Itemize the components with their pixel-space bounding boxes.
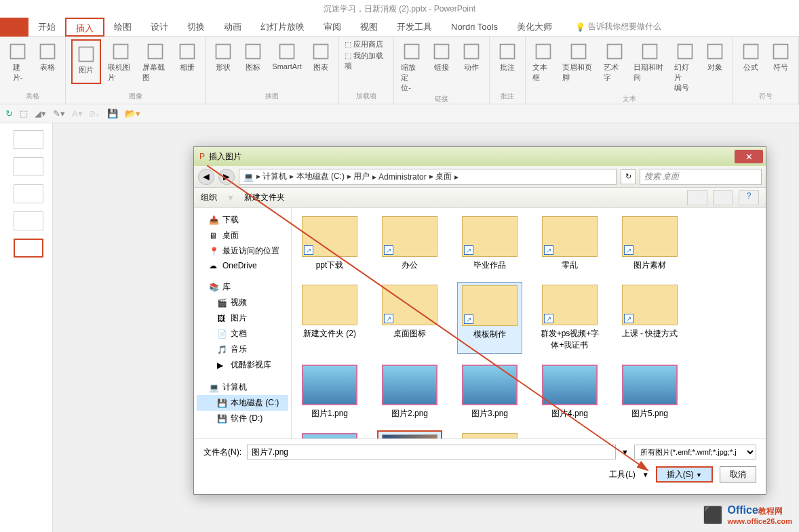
picture-button[interactable]: 图片 — [71, 39, 101, 84]
tab-幻灯片放映[interactable]: 幻灯片放映 — [251, 18, 314, 37]
path-segment[interactable]: ▸ 本地磁盘 (C:) — [290, 171, 345, 182]
tree-item-计算机[interactable]: 💻计算机 — [197, 380, 288, 395]
tab-设计[interactable]: 设计 — [141, 18, 178, 37]
tree-item-图片[interactable]: 🖼图片 — [197, 310, 288, 326]
file-item[interactable]: 图片7.png — [377, 430, 442, 438]
slide-thumb[interactable] — [14, 211, 43, 230]
tab-Nordri Tools[interactable]: Nordri Tools — [442, 18, 507, 37]
textbox-button[interactable]: 文本框 — [531, 39, 556, 94]
symbol-button[interactable]: 符号 — [768, 39, 793, 74]
link-button[interactable]: 链接 — [429, 39, 454, 94]
file-item[interactable]: ↗桌面图标 — [377, 282, 442, 354]
insert-button[interactable]: 插入(S) ▼ — [656, 466, 713, 483]
slide-number-button[interactable]: 幻灯片编号 — [673, 39, 697, 94]
path-breadcrumb[interactable]: 💻 ▸ 计算机▸ 本地磁盘 (C:)▸ 用户▸ Administrator▸ 桌… — [239, 169, 617, 185]
file-tab[interactable] — [0, 18, 28, 37]
tab-审阅[interactable]: 审阅 — [314, 18, 351, 37]
file-item[interactable]: 新建文件夹 (2) — [297, 282, 362, 354]
qat-btn[interactable]: ⎚▾ — [90, 108, 100, 119]
tree-item-音乐[interactable]: 🎵音乐 — [197, 342, 288, 357]
file-item[interactable]: 图片4.png — [537, 362, 602, 422]
file-item[interactable]: 图片6.png — [297, 430, 362, 438]
tree-item-文档[interactable]: 📄文档 — [197, 326, 288, 342]
open-icon[interactable]: 📂▾ — [125, 108, 140, 119]
file-item[interactable]: ↗零乱 — [537, 213, 602, 274]
addon-item[interactable]: ⬚ 我的加载项 — [345, 51, 388, 71]
tab-视图[interactable]: 视图 — [351, 18, 387, 37]
slide-thumb-selected[interactable] — [14, 239, 43, 258]
new-slide-button[interactable]: 建片- — [5, 39, 30, 84]
smartart-button[interactable]: SmartArt — [271, 39, 303, 74]
datetime-button[interactable]: 日期和时间 — [632, 39, 667, 94]
header-footer-button[interactable]: 页眉和页脚 — [561, 39, 596, 94]
qat-btn[interactable]: ✎▾ — [53, 108, 65, 119]
search-input[interactable]: 搜索 桌面 — [640, 169, 762, 185]
file-item[interactable]: 图片3.png — [457, 362, 522, 422]
organize-menu[interactable]: 组织 — [201, 192, 217, 203]
table-button[interactable]: 表格 — [35, 39, 60, 84]
path-segment[interactable]: ▸ Administrator — [372, 172, 426, 182]
tab-开始[interactable]: 开始 — [28, 18, 65, 37]
tree-item-下载[interactable]: 📥下载 — [197, 212, 288, 228]
action-button[interactable]: 动作 — [459, 39, 484, 94]
file-item[interactable]: 图片2.png — [377, 362, 442, 422]
dialog-titlebar[interactable]: P 插入图片 ✕ — [194, 147, 766, 166]
forward-button[interactable]: ► — [218, 169, 235, 185]
qat-btn[interactable]: ◢▾ — [35, 108, 46, 119]
tree-item-库[interactable]: 📚库 — [197, 279, 288, 295]
file-item[interactable]: ↗毕业作品 — [457, 213, 522, 274]
chart-button[interactable]: 图表 — [309, 39, 333, 74]
icons-button[interactable]: 图标 — [241, 39, 265, 74]
filename-input[interactable] — [247, 445, 616, 459]
view-mode-button[interactable] — [687, 190, 707, 205]
zoom-button[interactable]: 缩放定位- — [400, 39, 424, 94]
wordart-button[interactable]: 艺术字 — [602, 39, 627, 94]
refresh-icon[interactable]: ↻ — [5, 108, 13, 119]
tree-item-优酷影视库[interactable]: ▶优酷影视库 — [197, 357, 288, 373]
tab-切换[interactable]: 切换 — [178, 18, 214, 37]
file-item[interactable]: ↗群发+ps视频+字体+我证书 — [537, 282, 602, 354]
tree-item-视频[interactable]: 🎬视频 — [197, 295, 288, 310]
view-mode-button[interactable] — [713, 190, 733, 205]
slide-thumb[interactable] — [14, 184, 43, 203]
tree-item-桌面[interactable]: 🖥桌面 — [197, 228, 288, 243]
path-segment[interactable]: ▸ 桌面 — [429, 171, 452, 182]
file-item[interactable]: 图片1.png — [297, 362, 362, 422]
tree-item-最近访问的位置[interactable]: 📍最近访问的位置 — [197, 243, 288, 259]
file-item[interactable]: ↗文案和作品 — [457, 430, 522, 438]
new-folder-button[interactable]: 新建文件夹 — [244, 192, 285, 203]
help-button[interactable]: ? — [739, 190, 759, 205]
refresh-icon[interactable]: ↻ — [621, 169, 636, 184]
file-item[interactable]: ↗图片素材 — [617, 213, 682, 274]
qat-btn[interactable]: ⬚ — [20, 108, 28, 119]
tree-item-软件 (D:)[interactable]: 💾软件 (D:) — [197, 411, 288, 426]
addon-item[interactable]: ⬚ 应用商店 — [345, 39, 388, 49]
file-item[interactable]: ↗ppt下载 — [297, 213, 362, 274]
tab-插入[interactable]: 插入 — [65, 18, 104, 37]
tab-动画[interactable]: 动画 — [214, 18, 251, 37]
filetype-filter[interactable]: 所有图片(*.emf;*.wmf;*.jpg;*.j — [634, 445, 756, 459]
tab-开发工具[interactable]: 开发工具 — [387, 18, 442, 37]
equation-button[interactable]: 公式 — [739, 39, 763, 74]
online-picture-button[interactable]: 联机图片 — [106, 39, 136, 84]
screenshot-button[interactable]: 屏幕截图 — [141, 39, 170, 84]
slide-thumb[interactable] — [14, 157, 43, 176]
tab-美化大师[interactable]: 美化大师 — [507, 18, 562, 37]
file-item[interactable]: 图片5.png — [617, 362, 682, 422]
object-button[interactable]: 对象 — [703, 39, 727, 94]
slide-thumb[interactable] — [14, 130, 43, 149]
close-button[interactable]: ✕ — [735, 150, 763, 163]
shapes-button[interactable]: 形状 — [211, 39, 235, 74]
save-icon[interactable]: 💾 — [107, 108, 118, 119]
file-item[interactable]: ↗办公 — [377, 213, 442, 274]
album-button[interactable]: 相册 — [175, 39, 199, 84]
path-segment[interactable]: ▸ 用户 — [347, 171, 370, 182]
qat-btn[interactable]: A▾ — [72, 108, 83, 119]
tab-绘图[interactable]: 绘图 — [104, 18, 141, 37]
file-item[interactable]: ↗模板制作 — [457, 282, 522, 354]
cancel-button[interactable]: 取消 — [720, 466, 756, 483]
comment-button[interactable]: 批注 — [495, 39, 520, 74]
file-item[interactable]: ↗上课 - 快捷方式 — [617, 282, 682, 354]
path-segment[interactable]: ▸ 计算机 — [256, 171, 287, 182]
tree-item-本地磁盘 (C:)[interactable]: 💾本地磁盘 (C:) — [197, 395, 288, 411]
